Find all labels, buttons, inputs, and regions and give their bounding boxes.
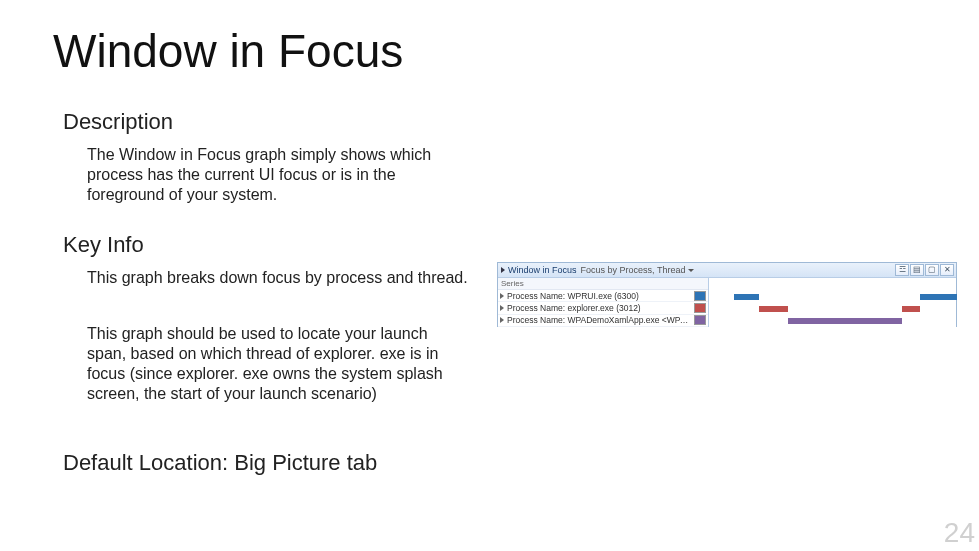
series-row[interactable]: Process Name: WPRUI.exe (6300) [498,290,708,302]
graph-panel-header: Window in Focus Focus by Process, Thread… [498,263,956,278]
chart-bar [902,306,919,312]
section-keyinfo: Key Info This graph breaks down focus by… [63,232,473,264]
chart-bar [788,318,902,324]
toolbar-maximize-button[interactable]: ▢ [925,264,939,276]
row-expand-icon[interactable] [500,305,504,311]
series-swatch [694,315,706,325]
series-row[interactable]: Process Name: WPADemoXamlApp.exe <WPA... [498,315,708,327]
series-swatch [694,291,706,301]
row-expand-icon[interactable] [500,293,504,299]
chart-bar [759,306,789,312]
expand-icon[interactable] [501,267,505,273]
series-label: Process Name: WPADemoXamlApp.exe <WPA... [507,315,692,325]
series-swatch [694,303,706,313]
toolbar-toggle-button[interactable]: ☲ [895,264,909,276]
section-description: Description The Window in Focus graph si… [63,109,473,141]
chart-bar [734,294,759,300]
chart-area [709,278,956,327]
page-title: Window in Focus [53,24,403,78]
toolbar-close-button[interactable]: ✕ [940,264,954,276]
row-expand-icon[interactable] [500,317,504,323]
page-number: 24 [944,517,975,549]
panel-subtitle: Focus by Process, Thread [581,265,686,275]
default-location: Default Location: Big Picture tab [63,450,377,476]
series-label: Process Name: WPRUI.exe (6300) [507,291,692,301]
series-pane: Series Process Name: WPRUI.exe (6300) Pr… [498,278,709,327]
keyinfo-heading: Key Info [63,232,473,258]
panel-title: Window in Focus [508,265,577,275]
series-label: Process Name: explorer.exe (3012) [507,303,692,313]
chart-bar [920,294,957,300]
dropdown-icon[interactable] [688,269,694,272]
series-row[interactable]: Process Name: explorer.exe (3012) [498,302,708,314]
description-heading: Description [63,109,473,135]
graph-panel: Window in Focus Focus by Process, Thread… [497,262,957,327]
keyinfo-paragraph-1: This graph breaks down focus by process … [87,268,477,288]
toolbar-chart-button[interactable]: ▤ [910,264,924,276]
series-header: Series [498,278,708,290]
keyinfo-paragraph-2: This graph should be used to locate your… [87,324,467,404]
description-body: The Window in Focus graph simply shows w… [87,145,467,205]
